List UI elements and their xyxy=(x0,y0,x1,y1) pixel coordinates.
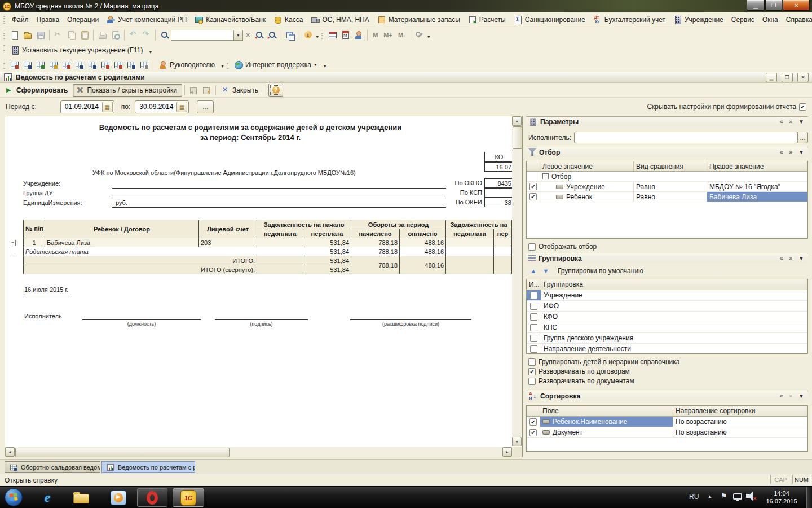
report-toolbar-icon[interactable] xyxy=(47,58,60,71)
grouping-checkbox[interactable] xyxy=(530,313,537,321)
memory-recall-button[interactable]: M xyxy=(370,32,381,38)
undo-icon[interactable] xyxy=(127,29,140,42)
report-toolbar-icon[interactable] xyxy=(21,58,34,71)
grouping-col-use[interactable]: И... xyxy=(527,279,541,290)
grouping-checkbox[interactable] xyxy=(530,324,537,331)
documents-checkbox[interactable] xyxy=(528,378,536,385)
tray-expand-icon[interactable]: ▲ xyxy=(708,494,712,499)
open-icon[interactable] xyxy=(21,29,34,42)
action-center-flag-icon[interactable]: ⚑ xyxy=(721,492,727,500)
report-toolbar-icon[interactable] xyxy=(138,58,151,71)
report-toolbar-icon[interactable] xyxy=(60,58,73,71)
calendar-picker-icon[interactable]: ▦ xyxy=(176,102,187,112)
volume-muted-icon[interactable]: ✕ xyxy=(746,492,757,502)
toolbar-grip[interactable] xyxy=(3,60,5,70)
chevron-down-icon[interactable]: ▼ xyxy=(220,64,224,68)
sorting-col-direction[interactable]: Направление сортировки xyxy=(673,406,807,416)
filter-row[interactable]: Ребенок Равно Бабичева Лиза xyxy=(527,192,807,202)
load-settings-icon[interactable] xyxy=(200,84,213,97)
find-prev-icon[interactable]: ▸ xyxy=(266,29,279,42)
taskbar-ie-icon[interactable]: e xyxy=(37,488,58,507)
chevron-down-icon[interactable]: ▼ xyxy=(315,35,319,39)
taskbar-mediaplayer-icon[interactable] xyxy=(108,488,129,507)
grouping-row[interactable]: КПС xyxy=(527,322,807,333)
print-preview-icon[interactable] xyxy=(109,29,122,42)
executor-more-button[interactable]: ... xyxy=(797,132,808,143)
executor-input[interactable] xyxy=(577,133,796,142)
grouping-row[interactable]: ИФО xyxy=(527,301,807,312)
mdi-close-button[interactable]: ✕ xyxy=(797,73,809,82)
tree-collapse-icon[interactable]: − xyxy=(542,173,549,179)
contracts-checkbox[interactable] xyxy=(528,368,536,375)
vertical-scroll-thumb[interactable] xyxy=(513,126,522,149)
expand-right-icon[interactable]: » xyxy=(788,393,795,399)
hide-settings-checkbox[interactable] xyxy=(799,103,806,111)
report-toolbar-icon[interactable] xyxy=(125,58,138,71)
menu-service[interactable]: Сервис xyxy=(727,14,758,25)
close-button[interactable]: ✕ xyxy=(783,0,810,11)
info-icon[interactable] xyxy=(302,29,315,42)
expand-right-icon[interactable]: » xyxy=(788,149,795,155)
filter-row[interactable]: Учреждение Равно МБДОУ № 16 "Ягодка" xyxy=(527,182,807,192)
menu-fixed-assets[interactable]: ОС, НМА, НПА xyxy=(307,14,373,26)
horizontal-scroll-thumb[interactable] xyxy=(15,448,230,457)
collapse-left-icon[interactable]: « xyxy=(778,255,785,261)
expand-right-icon[interactable]: » xyxy=(788,255,795,261)
move-down-icon[interactable]: ▼ xyxy=(541,266,551,275)
collapse-left-icon[interactable]: « xyxy=(778,149,785,155)
internet-support-button[interactable]: Интернет-поддержка ▼ xyxy=(231,59,323,71)
sorting-checkbox[interactable] xyxy=(529,418,537,426)
menu-treasury-bank[interactable]: Казначейство/Банк xyxy=(191,14,270,26)
toolbar-grip[interactable] xyxy=(321,30,323,40)
chevron-down-icon[interactable]: ▼ xyxy=(323,64,327,68)
group-collapse-button[interactable]: − xyxy=(10,240,16,246)
paste-icon[interactable] xyxy=(78,29,91,42)
chevron-down-icon[interactable]: ▼ xyxy=(797,149,806,155)
redo-icon[interactable] xyxy=(140,29,153,42)
period-from-input[interactable] xyxy=(64,102,101,111)
chevron-down-icon[interactable]: ▼ xyxy=(797,393,806,399)
collapse-left-icon[interactable]: « xyxy=(778,393,785,399)
filter-row-checkbox[interactable] xyxy=(529,183,537,190)
grouping-col-group[interactable]: Группировка xyxy=(541,279,807,290)
menu-compensation[interactable]: Учет компенсаций РП xyxy=(103,14,191,26)
grouping-row[interactable]: Учреждение xyxy=(527,290,807,301)
taskbar-opera-icon[interactable] xyxy=(137,488,167,507)
grouping-checkbox[interactable] xyxy=(530,335,537,342)
search-dropdown-icon[interactable]: ▼ xyxy=(233,30,242,40)
toolbar-grip[interactable] xyxy=(3,15,5,25)
cut-icon[interactable] xyxy=(52,29,65,42)
board-icon[interactable] xyxy=(326,29,339,42)
set-institution-button[interactable]: Установить текущее учреждение (F11) xyxy=(8,44,148,56)
filter-col-right[interactable]: Правое значение xyxy=(707,161,807,171)
save-icon[interactable] xyxy=(34,29,47,42)
user-icon[interactable] xyxy=(352,29,365,42)
memory-minus-button[interactable]: M- xyxy=(395,32,408,38)
toolbar-grip[interactable] xyxy=(227,60,228,70)
copy-icon[interactable] xyxy=(65,29,78,42)
manager-button[interactable]: Руководителю xyxy=(156,59,220,71)
calendar-picker-icon[interactable]: ▦ xyxy=(102,102,113,112)
tab-parent-settlements[interactable]: Ведомость по расчетам с р... xyxy=(102,461,195,473)
language-indicator[interactable]: RU xyxy=(689,493,699,501)
search-icon[interactable] xyxy=(158,29,171,42)
contracts-option[interactable]: Разворачивать по договорам xyxy=(528,367,630,376)
collapse-left-icon[interactable]: « xyxy=(778,119,785,125)
period-to-input[interactable] xyxy=(138,102,175,111)
menu-settlements[interactable]: Расчеты xyxy=(464,14,510,26)
chevron-down-icon[interactable]: ▼ xyxy=(797,255,806,261)
menu-edit[interactable]: Правка xyxy=(33,14,64,25)
documents-option[interactable]: Разворачивать по документам xyxy=(528,376,634,386)
hierarchy-option[interactable]: Группировать детей в иерархии справочник… xyxy=(528,357,679,366)
default-groupings-button[interactable]: Группировки по умолчанию xyxy=(558,267,643,275)
menu-materials[interactable]: Материальные запасы xyxy=(373,14,464,26)
tab-turnover-statement[interactable]: Оборотно-сальдовая ведом... xyxy=(5,461,100,473)
filter-col-left[interactable]: Левое значение xyxy=(540,161,634,171)
windows-icon[interactable] xyxy=(284,29,297,42)
menu-accounting[interactable]: Бухгалтерский учет xyxy=(589,14,669,26)
report-spreadsheet[interactable]: Ведомость по расчетам с родителями за со… xyxy=(5,116,523,457)
scroll-down-icon[interactable]: ▼ xyxy=(512,437,522,446)
filter-root-row[interactable]: − Отбор xyxy=(527,172,807,182)
report-toolbar-icon[interactable] xyxy=(73,58,86,71)
tray-clock[interactable]: 14:04 16.07.2015 xyxy=(761,489,802,505)
